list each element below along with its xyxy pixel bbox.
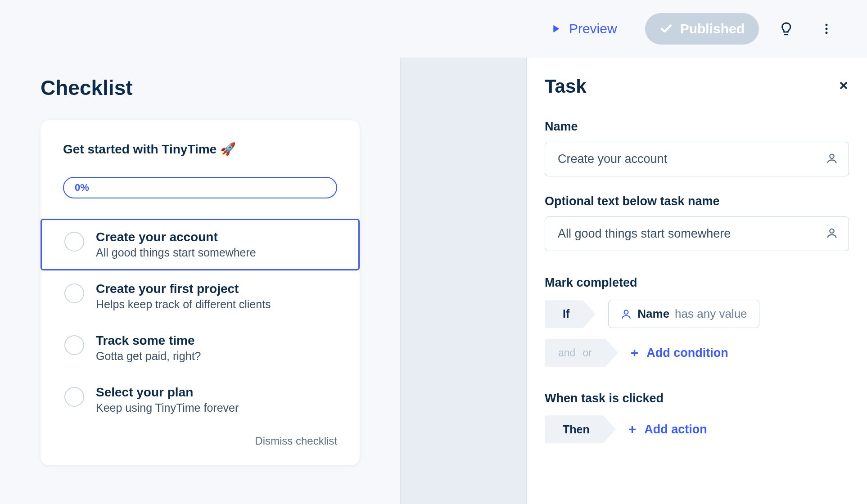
name-label: Name — [545, 120, 849, 134]
person-icon — [620, 308, 632, 320]
add-condition-button[interactable]: + Add condition — [631, 345, 728, 360]
or-label: or — [583, 347, 592, 359]
task-item-1[interactable]: Create your account All good things star… — [41, 219, 360, 270]
svg-point-5 — [830, 154, 834, 158]
svg-point-7 — [624, 310, 628, 314]
progress-bar: 0% — [63, 177, 337, 198]
optional-label: Optional text below task name — [545, 194, 849, 208]
dismiss-link[interactable]: Dismiss checklist — [41, 426, 360, 452]
circle-icon — [64, 387, 84, 407]
canvas-gap — [401, 58, 527, 504]
tips-button[interactable] — [772, 15, 799, 42]
then-row: Then + Add action — [545, 415, 849, 443]
task-title: Create your first project — [96, 282, 336, 296]
add-action-label: Add action — [644, 423, 707, 436]
task-subtitle: Keep using TinyTime forever — [96, 401, 336, 414]
svg-point-1 — [826, 28, 828, 30]
then-chip: Then — [545, 415, 603, 443]
panel-title: Task — [545, 76, 587, 97]
task-subtitle: Helps keep track of different clients — [96, 298, 336, 311]
andor-row: and or + Add condition — [545, 339, 849, 367]
task-item-3[interactable]: Track some time Gotta get paid, right? — [41, 322, 360, 374]
check-icon — [659, 22, 673, 36]
name-field-group: Name — [545, 120, 849, 176]
svg-point-0 — [826, 24, 828, 26]
task-title: Track some time — [96, 333, 336, 348]
task-text: Create your account All good things star… — [96, 230, 336, 259]
checklist-heading: Checklist — [41, 76, 360, 100]
task-subtitle: All good things start somewhere — [96, 246, 336, 259]
lightbulb-icon — [778, 21, 794, 36]
more-vertical-icon — [820, 22, 833, 36]
condition-predicate: has any value — [675, 307, 747, 321]
and-label: and — [558, 347, 575, 359]
optional-input[interactable] — [545, 216, 849, 251]
progress-text: 0% — [75, 182, 89, 194]
task-title: Create your account — [96, 230, 336, 244]
svg-point-2 — [826, 32, 828, 34]
circle-icon — [64, 335, 84, 355]
circle-icon — [64, 232, 84, 252]
progress-wrap: 0% — [41, 177, 360, 198]
published-button[interactable]: Published — [645, 13, 759, 45]
published-label: Published — [680, 21, 745, 36]
name-input[interactable] — [545, 142, 849, 176]
add-action-button[interactable]: + Add action — [628, 422, 707, 437]
side-header: Task — [545, 76, 849, 97]
task-editor-panel: Task Name Optional text below task name — [527, 58, 867, 504]
task-title: Select your plan — [96, 385, 336, 400]
task-text: Create your first project Helps keep tra… — [96, 282, 336, 311]
content-row: Checklist Get started with TinyTime 🚀 0%… — [0, 58, 867, 504]
card-title: Get started with TinyTime 🚀 — [41, 142, 360, 157]
checklist-panel: Checklist Get started with TinyTime 🚀 0%… — [0, 58, 401, 504]
if-chip: If — [545, 300, 583, 328]
condition-pill[interactable]: Name has any value — [608, 300, 759, 328]
mark-completed-label: Mark completed — [545, 276, 849, 290]
condition-field: Name — [637, 307, 669, 321]
task-item-2[interactable]: Create your first project Helps keep tra… — [41, 270, 360, 322]
task-text: Track some time Gotta get paid, right? — [96, 333, 336, 363]
task-item-4[interactable]: Select your plan Keep using TinyTime for… — [41, 374, 360, 426]
add-condition-label: Add condition — [646, 346, 728, 360]
if-row: If Name has any value — [545, 300, 849, 328]
task-subtitle: Gotta get paid, right? — [96, 350, 336, 363]
plus-icon: + — [631, 345, 639, 360]
optional-field-group: Optional text below task name — [545, 194, 849, 251]
when-clicked-label: When task is clicked — [545, 392, 849, 405]
circle-icon — [64, 284, 84, 303]
plus-icon: + — [628, 422, 637, 437]
close-button[interactable] — [838, 79, 849, 94]
andor-chip[interactable]: and or — [545, 339, 605, 367]
preview-button[interactable]: Preview — [535, 13, 632, 45]
more-button[interactable] — [813, 15, 840, 42]
header-bar: Preview Published — [0, 0, 867, 58]
person-icon — [826, 152, 838, 166]
preview-label: Preview — [569, 21, 617, 36]
svg-point-6 — [830, 229, 834, 233]
person-icon — [826, 227, 838, 241]
close-icon — [838, 80, 849, 91]
checklist-card: Get started with TinyTime 🚀 0% Create yo… — [41, 120, 360, 465]
task-text: Select your plan Keep using TinyTime for… — [96, 385, 336, 414]
play-icon — [549, 22, 562, 35]
